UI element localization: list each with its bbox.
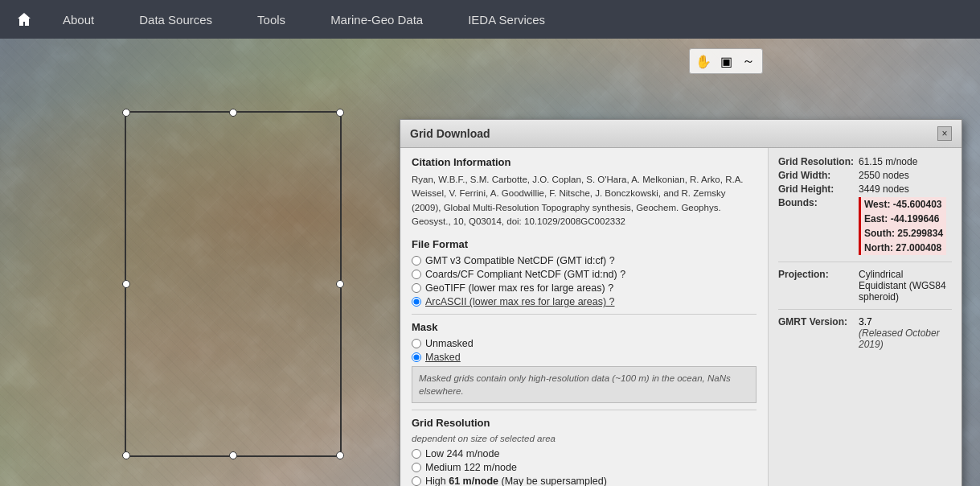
nav-tools[interactable]: Tools: [235, 0, 308, 39]
mask-option-2: Masked: [412, 352, 757, 363]
file-format-option-1: GMT v3 Compatible NetCDF (GMT id:cf) ?: [412, 255, 757, 266]
handle-mid-left[interactable]: [122, 280, 130, 288]
mask-group: Unmasked Masked: [412, 338, 757, 363]
divider-1: [412, 314, 757, 315]
grid-width-row: Grid Width: 2550 nodes: [778, 170, 952, 181]
nav-ieda-services[interactable]: IEDA Services: [445, 0, 568, 39]
format-arcascii-radio[interactable]: [412, 297, 421, 307]
citation-title: Citation Information: [412, 156, 757, 168]
handle-top-right[interactable]: [336, 109, 344, 117]
pan-tool-icon[interactable]: ✋: [695, 52, 712, 70]
format-coards-radio[interactable]: [412, 270, 421, 279]
res-high-radio[interactable]: [412, 476, 421, 486]
nav-data-sources[interactable]: Data Sources: [117, 0, 235, 39]
bounds-values: West: -45.600403 East: -44.199646 South:…: [859, 197, 946, 255]
map-area: ✋ ▣ ～ Grid Download × Citation Informati…: [0, 39, 980, 486]
grid-download-dialog: Grid Download × Citation Information Rya…: [400, 119, 962, 486]
gmrt-row: GMRT Version: 3.7 (Released October 2019…: [778, 316, 952, 350]
dialog-body: Citation Information Ryan, W.B.F., S.M. …: [400, 148, 962, 486]
handle-bottom-right[interactable]: [336, 451, 344, 459]
format-geotiff-radio[interactable]: [412, 283, 421, 293]
nav-about[interactable]: About: [40, 0, 117, 39]
resolution-group: Low 244 m/node Medium 122 m/node High 61…: [412, 448, 757, 486]
right-divider: [778, 262, 952, 262]
file-format-group: GMT v3 Compatible NetCDF (GMT id:cf) ? C…: [412, 255, 757, 307]
dialog-right-panel: Grid Resolution: 61.15 m/node Grid Width…: [769, 148, 962, 486]
bounds-east: East: -44.199646: [859, 212, 946, 226]
grid-resolution-subtitle: dependent on size of selected area: [412, 434, 757, 443]
selection-box[interactable]: [125, 111, 342, 457]
res-medium-radio[interactable]: [412, 463, 421, 472]
navbar: About Data Sources Tools Marine-Geo Data…: [0, 0, 980, 39]
resolution-high: High 61 m/node (May be supersampled): [412, 476, 757, 486]
grid-resolution-title: Grid Resolution: [412, 417, 757, 429]
handle-mid-right[interactable]: [336, 280, 344, 288]
map-toolbar: ✋ ▣ ～: [689, 48, 763, 74]
dialog-title: Grid Download: [410, 127, 490, 140]
resolution-low: Low 244 m/node: [412, 448, 757, 459]
home-button[interactable]: [8, 0, 40, 39]
format-gmt-radio[interactable]: [412, 256, 421, 266]
handle-top-left[interactable]: [122, 109, 130, 117]
bounds-north: North: 27.000408: [859, 241, 946, 255]
divider-2: [412, 410, 757, 410]
mask-info-text: Masked grids contain only high-resolutio…: [412, 366, 757, 403]
dialog-close-button[interactable]: ×: [937, 126, 952, 141]
res-low-radio[interactable]: [412, 449, 421, 459]
mask-unmasked-radio[interactable]: [412, 339, 421, 348]
dialog-left-panel: Citation Information Ryan, W.B.F., S.M. …: [400, 148, 769, 486]
resolution-medium: Medium 122 m/node: [412, 462, 757, 473]
grid-height-row: Grid Height: 3449 nodes: [778, 183, 952, 195]
bounds-west: West: -45.600403: [859, 197, 946, 212]
nav-marine-geo[interactable]: Marine-Geo Data: [308, 0, 445, 39]
handle-bottom-left[interactable]: [122, 451, 130, 459]
mask-masked-radio[interactable]: [412, 352, 421, 362]
bounds-south: South: 25.299834: [859, 226, 946, 241]
file-format-option-4: ArcASCII (lower max res for large areas)…: [412, 296, 757, 307]
right-divider-2: [778, 309, 952, 310]
dialog-header: Grid Download ×: [400, 120, 962, 148]
handle-bottom-mid[interactable]: [229, 451, 237, 459]
file-format-title: File Format: [412, 238, 757, 250]
grid-resolution-row: Grid Resolution: 61.15 m/node: [778, 156, 952, 167]
file-format-option-2: Coards/CF Compliant NetCDF (GMT id:nd) ?: [412, 269, 757, 280]
citation-text: Ryan, W.B.F., S.M. Carbotte, J.O. Coplan…: [412, 173, 757, 229]
chart-tool-icon[interactable]: ～: [740, 52, 757, 70]
bounds-row: Bounds: West: -45.600403 East: -44.19964…: [778, 197, 952, 255]
mask-title: Mask: [412, 321, 757, 333]
projection-row: Projection: Cylindrical Equidistant (WGS…: [778, 269, 952, 303]
file-format-option-3: GeoTIFF (lower max res for large areas) …: [412, 282, 757, 294]
select-tool-icon[interactable]: ▣: [717, 52, 735, 70]
handle-top-mid[interactable]: [229, 109, 237, 117]
mask-option-1: Unmasked: [412, 338, 757, 349]
gmrt-value-block: 3.7 (Released October 2019): [859, 316, 952, 350]
